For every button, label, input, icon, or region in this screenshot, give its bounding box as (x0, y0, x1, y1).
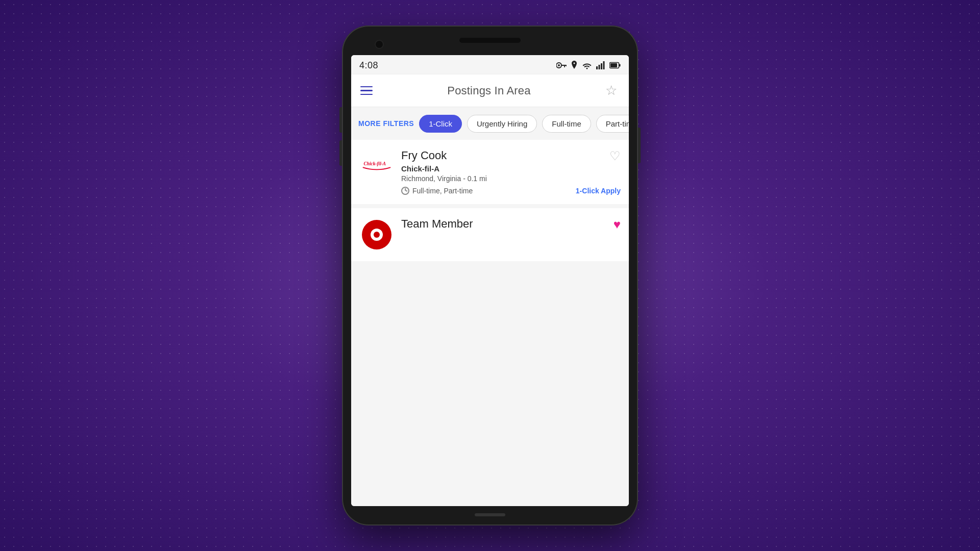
chick-fil-a-name: Chick-fil-A (401, 164, 621, 173)
power-button[interactable] (638, 128, 641, 163)
fry-cook-1click-apply[interactable]: 1-Click Apply (576, 187, 621, 195)
status-icons (556, 61, 621, 70)
page-title: Postings In Area (447, 84, 530, 97)
team-member-title: Team Member (401, 217, 621, 231)
phone-camera (375, 40, 384, 49)
filter-chip-1click[interactable]: 1-Click (419, 115, 462, 133)
volume-down-button[interactable] (339, 140, 342, 166)
target-logo (359, 217, 394, 252)
svg-rect-8 (603, 61, 605, 69)
filters-row: MORE FILTERS 1-Click Urgently Hiring Ful… (351, 107, 629, 140)
filter-chip-parttime[interactable]: Part-time (596, 115, 629, 133)
volume-up-button[interactable] (339, 107, 342, 133)
job-listings: Chick-fil-A Fry Cook Chick-fil-A Richmon… (351, 140, 629, 506)
svg-rect-11 (610, 63, 617, 67)
hamburger-line-1 (360, 86, 373, 88)
phone-screen: 4:08 (351, 55, 629, 506)
fry-cook-save-button[interactable]: ♡ (609, 149, 621, 163)
hamburger-line-2 (360, 90, 373, 91)
hamburger-line-3 (360, 94, 373, 95)
location-icon (571, 61, 578, 70)
battery-icon (609, 62, 621, 69)
svg-rect-6 (599, 65, 600, 69)
svg-rect-7 (601, 63, 602, 69)
svg-rect-2 (561, 65, 566, 66)
save-icon[interactable]: ☆ (605, 84, 620, 98)
team-member-info: Team Member (401, 217, 621, 233)
svg-text:Chick-fil-A: Chick-fil-A (364, 161, 386, 166)
wifi-icon (582, 61, 592, 69)
job-card-fry-cook[interactable]: Chick-fil-A Fry Cook Chick-fil-A Richmon… (351, 140, 629, 204)
hamburger-menu-button[interactable] (360, 86, 373, 95)
status-bar: 4:08 (351, 55, 629, 74)
svg-rect-3 (564, 66, 565, 67)
fry-cook-title: Fry Cook (401, 149, 621, 162)
home-indicator[interactable] (475, 513, 505, 516)
filter-chip-urgently-hiring[interactable]: Urgently Hiring (467, 115, 537, 133)
signal-icon (596, 61, 605, 69)
target-logo-graphic (362, 220, 391, 249)
more-filters-button[interactable]: MORE FILTERS (358, 119, 414, 128)
fry-cook-type-label: Full-time, Part-time (412, 187, 473, 195)
phone-device: 4:08 (342, 26, 638, 525)
status-time: 4:08 (359, 60, 378, 71)
svg-rect-5 (596, 66, 598, 69)
svg-rect-4 (566, 65, 567, 66)
svg-point-1 (558, 64, 560, 66)
app-bar: Postings In Area ☆ (351, 74, 629, 107)
clock-icon (401, 187, 409, 195)
svg-rect-10 (619, 64, 621, 67)
job-card-team-member[interactable]: Team Member ♥ (351, 208, 629, 261)
team-member-save-button[interactable]: ♥ (614, 217, 621, 232)
chick-fil-a-logo: Chick-fil-A (359, 149, 394, 184)
phone-speaker (459, 38, 521, 43)
filter-chip-fulltime[interactable]: Full-time (542, 115, 591, 133)
key-icon (556, 62, 567, 69)
fry-cook-location: Richmond, Virginia - 0.1 mi (401, 174, 621, 183)
phone-body: 4:08 (342, 26, 638, 525)
